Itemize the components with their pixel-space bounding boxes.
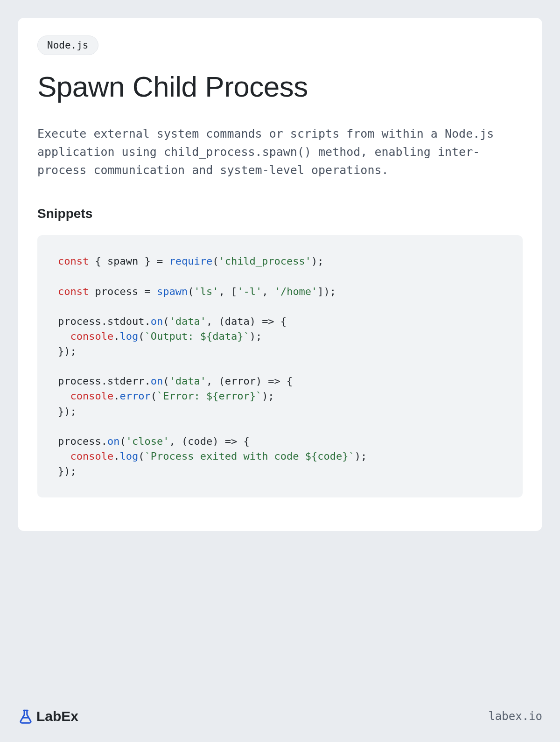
flask-icon (18, 708, 34, 724)
footer: LabEx labex.io (18, 708, 542, 724)
brand-logo: LabEx (18, 708, 78, 724)
description-text: Execute external system commands or scri… (37, 125, 523, 179)
brand-url: labex.io (488, 710, 542, 723)
page-title: Spawn Child Process (37, 71, 523, 103)
code-snippet[interactable]: const { spawn } = require('child_process… (37, 235, 523, 497)
snippets-heading: Snippets (37, 206, 523, 221)
brand-name: LabEx (36, 708, 78, 724)
language-tag: Node.js (37, 35, 98, 55)
content-card: Node.js Spawn Child Process Execute exte… (18, 18, 542, 531)
